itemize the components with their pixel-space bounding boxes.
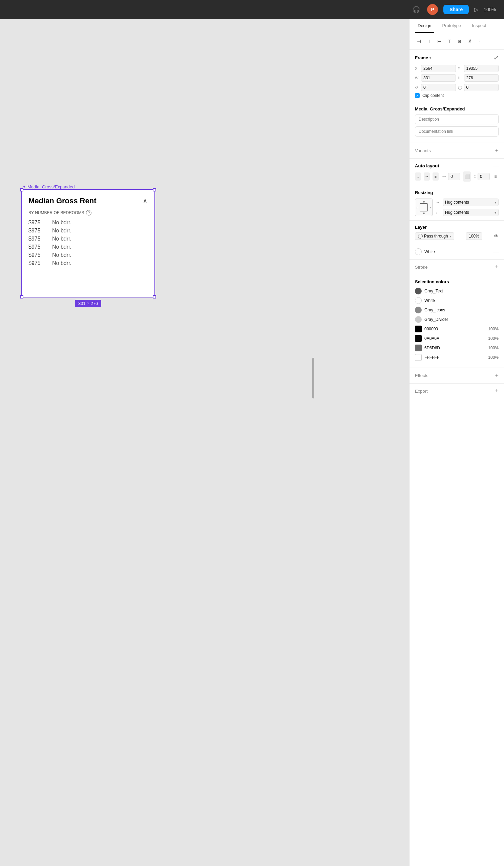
card-content: Median Gross Rent ∧ BY NUMBER OF BEDROOM… — [22, 190, 155, 272]
text-align-button[interactable]: ≡ — [492, 173, 499, 180]
width-resize-select[interactable]: Hug contents ▾ — [443, 199, 499, 206]
corner-input[interactable] — [464, 84, 499, 91]
handle-tr[interactable] — [153, 188, 156, 191]
layout-wrap-icon[interactable]: ≡ — [433, 173, 439, 180]
distribute-icon[interactable]: ⋮ — [476, 37, 484, 45]
handle-tl[interactable] — [20, 188, 23, 191]
panel-tabs: Design Prototype Inspect — [410, 19, 504, 33]
height-resize-chevron: ▾ — [494, 211, 496, 214]
white-swatch[interactable] — [415, 297, 422, 304]
handle-bl[interactable] — [20, 295, 23, 299]
list-item: Gray_Text — [415, 288, 499, 295]
h-field[interactable]: H — [458, 74, 499, 82]
stroke-title: Stroke — [415, 265, 428, 270]
rotation-field[interactable]: ↺ — [415, 84, 456, 91]
v-spacing-icon: ↕ — [473, 174, 476, 180]
corner-field[interactable]: ◯ — [458, 84, 499, 91]
opacity-field[interactable]: 100% — [466, 232, 482, 240]
avatar[interactable]: P — [427, 4, 438, 15]
bedroom-label: No bdrr. — [52, 260, 71, 266]
price-value: $975 — [29, 244, 45, 250]
padding-icon-button[interactable]: ⬜ — [463, 171, 471, 181]
alignment-toolbar: ⊣ ⊥ ⊢ ⊤ ⊕ ⊻ ⋮ — [415, 37, 499, 45]
scrollbar-thumb[interactable] — [312, 358, 314, 398]
visibility-icon[interactable]: 👁 — [494, 233, 499, 239]
tab-inspect[interactable]: Inspect — [469, 19, 489, 33]
ffffff-swatch-sq[interactable] — [415, 354, 422, 361]
list-item: 6D6D6D 100% — [415, 345, 499, 351]
align-bottom-icon[interactable]: ⊻ — [466, 37, 474, 45]
headphone-icon[interactable]: 🎧 — [411, 4, 422, 15]
remove-auto-layout-button[interactable]: — — [493, 163, 499, 169]
w-field[interactable]: W — [415, 74, 456, 82]
card-rows: $975 No bdrr. $975 No bdrr. $975 No bdrr… — [29, 220, 148, 266]
sel-color-name: Gray_Icons — [424, 308, 499, 312]
c0a0a0a-swatch-sq[interactable] — [415, 335, 422, 342]
fullscreen-icon[interactable]: ⤢ — [493, 54, 499, 61]
gray-divider-swatch[interactable] — [415, 316, 422, 323]
rotation-input[interactable] — [421, 84, 456, 91]
chevron-down-icon[interactable]: ▾ — [429, 56, 431, 60]
resizing-box: › ‹ ∨ ∧ ↔ Hug contents ▾ ↕ — [415, 199, 499, 216]
gray-icons-swatch[interactable] — [415, 307, 422, 313]
play-icon[interactable]: ▷ — [474, 7, 478, 13]
doc-link-input[interactable] — [415, 126, 499, 136]
scrollbar-track[interactable] — [312, 19, 314, 866]
clip-content-checkbox[interactable]: ✓ — [415, 93, 420, 98]
bedroom-label: No bdrr. — [52, 220, 71, 226]
y-field[interactable]: Y — [458, 65, 499, 72]
layer-section: Layer Pass through ▾ 100% 👁 — [410, 221, 504, 244]
resize-inner-box — [420, 203, 428, 211]
blend-mode-select[interactable]: Pass through ▾ — [415, 232, 454, 240]
x-input[interactable] — [421, 65, 456, 72]
w-input[interactable] — [421, 74, 456, 82]
align-right-icon[interactable]: ⊢ — [435, 37, 444, 45]
table-row: $975 No bdrr. — [29, 228, 148, 234]
gray-text-swatch[interactable] — [415, 288, 422, 295]
x-label: X — [415, 66, 420, 70]
card-close-icon[interactable]: ∧ — [143, 197, 148, 205]
resize-arrow-top-icon: ∨ — [423, 200, 425, 204]
handle-br[interactable] — [153, 295, 156, 299]
h-input[interactable] — [464, 74, 499, 82]
zoom-level[interactable]: 100% — [484, 7, 496, 12]
card-subtitle: BY NUMBER OF BEDROOMS ? — [29, 210, 148, 215]
tab-design[interactable]: Design — [415, 19, 434, 33]
canvas[interactable]: ✦ Media_Gross/Expanded Median Gross Rent… — [0, 19, 409, 866]
x-field[interactable]: X — [415, 65, 456, 72]
add-effect-button[interactable]: + — [495, 372, 499, 379]
info-icon[interactable]: ? — [86, 210, 91, 215]
card-header: Median Gross Rent ∧ — [29, 197, 148, 205]
auto-layout-title: Auto layout — [415, 163, 439, 168]
export-title: Export — [415, 389, 428, 394]
align-center-h-icon[interactable]: ⊥ — [425, 37, 433, 45]
horizontal-spacing-field[interactable]: ↔ — [441, 173, 460, 180]
c6d6d6d-swatch-sq[interactable] — [415, 345, 422, 351]
width-resize-value: Hug contents — [445, 200, 469, 204]
table-row: $975 No bdrr. — [29, 220, 148, 226]
list-item: 000000 100% — [415, 325, 499, 332]
align-top-icon[interactable]: ⊤ — [445, 37, 453, 45]
black-swatch-sq[interactable] — [415, 325, 422, 332]
add-export-button[interactable]: + — [495, 388, 499, 395]
v-spacing-input[interactable] — [478, 173, 490, 180]
table-row: $975 No bdrr. — [29, 252, 148, 258]
align-left-icon[interactable]: ⊣ — [415, 37, 423, 45]
vertical-spacing-field[interactable]: ↕ — [473, 173, 490, 180]
list-item: Gray_Divider — [415, 316, 499, 323]
h-spacing-input[interactable] — [448, 173, 460, 180]
align-center-v-icon[interactable]: ⊕ — [456, 37, 464, 45]
fill-remove-button[interactable]: — — [493, 249, 499, 255]
layout-direction-down-icon[interactable]: ↓ — [415, 173, 421, 180]
share-button[interactable]: Share — [444, 5, 469, 14]
description-input[interactable] — [415, 114, 499, 124]
selection-box[interactable]: Median Gross Rent ∧ BY NUMBER OF BEDROOM… — [21, 189, 155, 298]
y-input[interactable] — [464, 65, 499, 72]
auto-layout-controls: ↓ → ≡ ↔ ⬜ ↕ ≡ — [415, 171, 499, 181]
layout-direction-right-icon[interactable]: → — [424, 173, 430, 180]
add-variant-button[interactable]: + — [495, 147, 499, 154]
tab-prototype[interactable]: Prototype — [439, 19, 464, 33]
height-resize-select[interactable]: Hug contents ▾ — [443, 209, 499, 216]
fill-color-swatch[interactable] — [415, 248, 422, 255]
add-stroke-button[interactable]: + — [495, 264, 499, 271]
